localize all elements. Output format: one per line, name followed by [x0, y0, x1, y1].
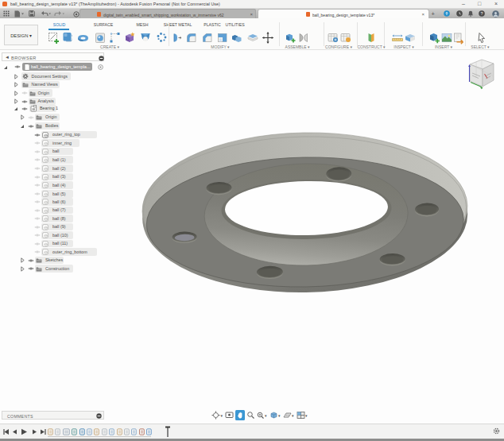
svg-text:?: ? [480, 11, 483, 16]
